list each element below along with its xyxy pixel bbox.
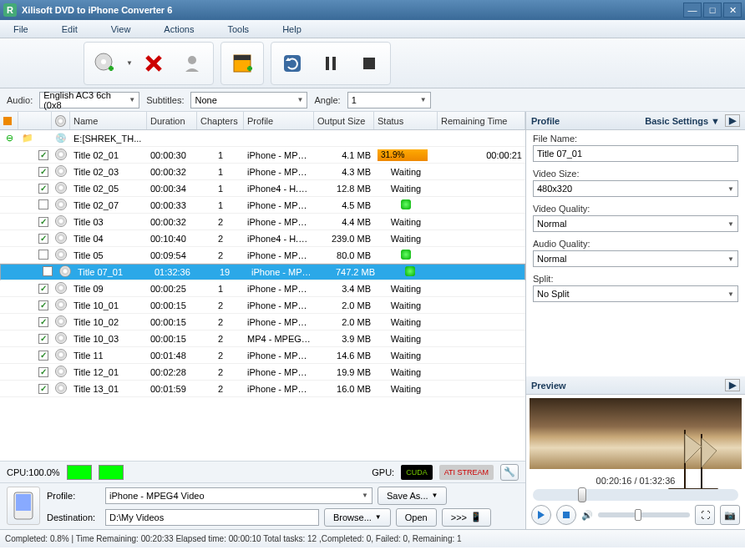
clip-button[interactable] [225,46,260,81]
menu-help[interactable]: Help [282,24,302,34]
col-chapters[interactable]: Chapters [197,112,244,129]
table-row[interactable]: Title 02_0500:00:341iPhone4 - H.2...12.8… [0,180,525,197]
output-panel: Profile: iPhone - MPEG4 Video▼ Save As..… [0,482,525,529]
col-profile[interactable]: Profile [244,112,314,129]
source-row[interactable]: ⊖📁💿E:[SHREK_TH... [0,130,525,147]
col-outputsize[interactable]: Output Size [314,112,374,129]
preview-viewport[interactable] [530,398,742,469]
table-row[interactable]: Title 02_0700:00:331iPhone - MPE...4.5 M… [0,197,525,214]
row-checkbox[interactable] [38,250,48,260]
disc-icon [55,149,67,160]
table-row[interactable]: Title 07_0101:32:3619iPhone - MPE...747.… [0,264,525,280]
ati-stream-logo-icon: ATI STREAM [439,465,494,480]
settings-button[interactable]: 🔧 [500,464,519,481]
audioquality-select[interactable]: Normal▼ [533,250,738,267]
videosize-select[interactable]: 480x320▼ [533,180,738,197]
row-checkbox[interactable] [38,367,48,377]
subtitles-select[interactable]: None▼ [190,92,307,108]
row-checkbox[interactable] [38,300,48,310]
profile-panel-header: Profile Basic Settings ▼ ▶ [526,112,745,130]
grid-header: Name Duration Chapters Profile Output Si… [0,112,525,130]
disc-icon [55,382,67,394]
svg-rect-7 [332,57,336,70]
row-checkbox[interactable] [38,334,48,344]
stop-preview-button[interactable] [556,505,576,525]
cpu-bar: CPU:100.0% GPU: CUDA ATI STREAM 🔧 [0,461,525,482]
table-row[interactable]: Title 0900:00:251iPhone - MPE...3.4 MBWa… [0,280,525,297]
col-status[interactable]: Status [374,112,438,129]
row-checkbox[interactable] [38,351,48,361]
audio-select[interactable]: English AC3 6ch (0x8▼ [39,92,139,108]
dropdown-arrow-icon[interactable]: ▼ [126,59,133,67]
destination-input[interactable]: D:\My Videos [105,509,319,526]
volume-slider[interactable] [598,512,690,517]
videoquality-select[interactable]: Normal▼ [533,215,738,232]
title-bar: R Xilisoft DVD to iPhone Converter 6 — □… [0,0,745,20]
snapshot-button[interactable]: 📷 [720,505,740,525]
destination-label: Destination: [47,512,100,522]
disc-icon [55,282,67,294]
table-row[interactable]: Title 02_0300:00:321iPhone - MPE...4.3 M… [0,164,525,180]
transfer-button[interactable]: >>>📱 [442,508,491,527]
menu-actions[interactable]: Actions [164,24,194,34]
profile-select[interactable]: iPhone - MPEG4 Video▼ [105,487,372,504]
row-checkbox[interactable] [38,150,48,160]
table-row[interactable]: Title 02_0100:00:301iPhone - MPE...4.1 M… [0,147,525,164]
expand-preview-button[interactable]: ▶ [725,379,740,391]
fullscreen-button[interactable]: ⛶ [695,505,715,525]
table-row[interactable]: Title 10_0300:00:152MP4 - MPEG-...3.9 MB… [0,330,525,347]
pause-button[interactable] [313,46,348,81]
saveas-button[interactable]: Save As...▼ [378,487,447,505]
menu-edit[interactable]: Edit [62,24,78,34]
row-checkbox[interactable] [38,384,48,394]
add-dvd-button[interactable] [88,46,123,81]
close-button[interactable]: ✕ [723,3,742,18]
preview-slider[interactable] [533,489,738,501]
row-checkbox[interactable] [38,217,48,227]
table-row[interactable]: Title 0400:10:402iPhone4 - H.2...239.0 M… [0,230,525,247]
menu-view[interactable]: View [111,24,131,34]
row-checkbox[interactable] [43,266,53,276]
grid-body[interactable]: ⊖📁💿E:[SHREK_TH...Title 02_0100:00:301iPh… [0,130,525,461]
table-row[interactable]: Title 10_0200:00:152iPhone - MPE...2.0 M… [0,314,525,330]
col-name[interactable]: Name [70,112,147,129]
preview-panel-header: Preview ▶ [526,376,745,395]
table-row[interactable]: Title 0300:00:322iPhone - MPE...4.4 MBWa… [0,214,525,230]
filter-bar: Audio: English AC3 6ch (0x8▼ Subtitles: … [0,88,745,112]
table-row[interactable]: Title 0500:09:542iPhone - MPE...80.0 MB [0,247,525,264]
row-checkbox[interactable] [38,167,48,177]
table-row[interactable]: Title 13_0100:01:592iPhone - MPE...16.0 … [0,381,525,397]
menu-file[interactable]: File [13,24,28,34]
col-duration[interactable]: Duration [147,112,197,129]
svg-point-2 [188,56,196,64]
disc-icon [55,332,67,344]
menu-bar: File Edit View Actions Tools Help [0,20,745,38]
table-row[interactable]: Title 12_0100:02:282iPhone - MPE...19.9 … [0,364,525,381]
col-remaining[interactable]: Remaining Time [438,112,525,129]
menu-tools[interactable]: Tools [227,24,249,34]
minimize-button[interactable]: — [683,3,702,18]
row-checkbox[interactable] [38,317,48,327]
disc-icon [55,315,67,327]
user-button[interactable] [175,46,210,81]
basic-settings-dropdown[interactable]: Basic Settings ▼ [645,116,720,126]
row-checkbox[interactable] [38,234,48,244]
expand-profile-button[interactable]: ▶ [725,114,740,127]
stop-button[interactable] [352,46,387,81]
volume-icon[interactable]: 🔊 [581,510,593,521]
open-button[interactable]: Open [396,508,437,527]
convert-button[interactable] [275,46,310,81]
row-checkbox[interactable] [38,284,48,294]
filename-input[interactable]: Title 07_01 [533,145,738,162]
play-button[interactable] [531,505,551,525]
row-checkbox[interactable] [38,199,48,209]
browse-button[interactable]: Browse...▼ [324,508,391,527]
table-row[interactable]: Title 10_0100:00:152iPhone - MPE...2.0 M… [0,297,525,314]
maximize-button[interactable]: □ [703,3,722,18]
split-select[interactable]: No Split▼ [533,285,738,302]
delete-button[interactable] [136,46,171,81]
angle-select[interactable]: 1▼ [347,92,431,108]
row-checkbox[interactable] [38,184,48,194]
device-icon [7,487,40,525]
table-row[interactable]: Title 1100:01:482iPhone - MPE...14.6 MBW… [0,347,525,364]
